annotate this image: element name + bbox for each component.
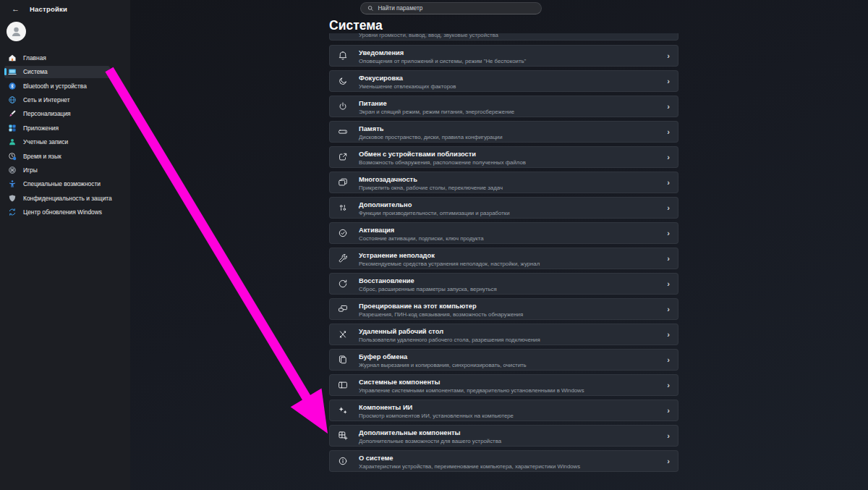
system-icon	[8, 67, 17, 76]
sidebar-item-label: Центр обновления Windows	[23, 208, 102, 216]
sidebar-item-label: Bluetooth и устройства	[23, 83, 87, 90]
ai-components-icon	[338, 405, 348, 415]
sidebar-item-personalization[interactable]: Персонализация	[4, 108, 110, 120]
row-title: Питание	[359, 100, 387, 107]
settings-row-advanced[interactable]: ДополнительноФункции производительности,…	[329, 197, 678, 219]
storage-icon	[338, 127, 348, 137]
settings-row-about[interactable]: О системеХарактеристики устройства, пере…	[329, 450, 678, 472]
settings-row-activation[interactable]: АктивацияСостояние активации, подписки, …	[329, 222, 678, 244]
accounts-icon	[8, 138, 17, 146]
row-subtitle: Сброс, расширенные параметры запуска, ве…	[359, 286, 497, 292]
optional-features-icon	[338, 431, 348, 441]
settings-row-system-components[interactable]: Системные компонентыУправление системным…	[329, 374, 678, 396]
chevron-right-icon: ›	[667, 355, 670, 364]
bell-icon	[338, 51, 348, 61]
row-subtitle: Функции производительности, оптимизации …	[359, 210, 510, 216]
settings-row-troubleshoot[interactable]: Устранение неполадокРекомендуемые средст…	[329, 248, 678, 269]
sidebar-item-label: Главная	[23, 54, 46, 62]
privacy-icon	[8, 194, 17, 203]
row-title: Устранение неполадок	[359, 252, 435, 259]
row-title: Многозадачность	[359, 176, 417, 183]
chevron-right-icon: ›	[667, 127, 670, 136]
time-language-icon	[8, 152, 17, 161]
settings-row-ai-components[interactable]: Компоненты ИИПросмотр компонентов ИИ, ус…	[329, 400, 678, 421]
row-title: Удаленный рабочий стол	[359, 328, 443, 335]
settings-row-partial[interactable]: Уровни громкости, вывод, ввод, звуковые …	[329, 33, 678, 41]
row-subtitle: Характеристики устройства, переименовани…	[359, 463, 580, 470]
sidebar-item-label: Конфиденциальность и защита	[23, 195, 112, 202]
chevron-right-icon: ›	[667, 406, 670, 415]
row-title: Память	[359, 125, 383, 132]
search-box[interactable]	[360, 2, 542, 14]
chevron-right-icon: ›	[667, 203, 670, 212]
settings-row-optional-features[interactable]: Дополнительные компонентыДополнительные …	[329, 425, 678, 447]
windows-update-icon	[8, 208, 17, 216]
focus-icon	[338, 76, 348, 86]
search-icon	[367, 5, 373, 12]
row-subtitle: Прикрепить окна, рабочие столы, переключ…	[359, 185, 503, 191]
row-subtitle: Дополнительные возможности для вашего ус…	[359, 438, 501, 444]
troubleshoot-icon	[338, 253, 348, 263]
settings-row-nearby-share[interactable]: Обмен с устройствами поблизостиВозможнос…	[329, 146, 678, 168]
chevron-right-icon: ›	[667, 431, 670, 440]
sidebar-item-accessibility[interactable]: Специальные возможности	[4, 178, 110, 190]
projection-icon	[338, 304, 348, 314]
sidebar-item-apps[interactable]: Приложения	[4, 122, 110, 134]
settings-row-bell[interactable]: УведомленияОповещения от приложений и си…	[329, 45, 678, 67]
bluetooth-icon	[8, 82, 17, 90]
personalization-icon	[8, 109, 17, 118]
chevron-right-icon: ›	[667, 305, 670, 313]
sidebar-item-gaming[interactable]: Игры	[4, 164, 110, 177]
row-subtitle: Разрешения, ПИН-код связывания, возможно…	[359, 311, 523, 318]
sidebar-item-privacy[interactable]: Конфиденциальность и защита	[4, 192, 110, 204]
chevron-right-icon: ›	[667, 153, 670, 161]
sidebar-item-home[interactable]: Главная	[4, 51, 110, 64]
remote-desktop-icon	[338, 329, 348, 339]
sidebar-item-label: Специальные возможности	[23, 180, 101, 187]
sidebar-item-bluetooth[interactable]: Bluetooth и устройства	[4, 80, 110, 92]
row-title: Проецирование на этот компьютер	[359, 303, 477, 310]
sidebar-item-network[interactable]: Сеть и Интернет	[4, 94, 110, 106]
row-title: Восстановление	[359, 277, 414, 284]
about-icon	[338, 456, 348, 466]
sidebar-item-label: Игры	[23, 166, 38, 174]
sidebar-item-label: Приложения	[23, 124, 59, 132]
titlebar: ← Настройки	[12, 4, 67, 13]
row-title: Дополнительно	[359, 201, 412, 208]
row-subtitle: Состояние активации, подписки, ключ прод…	[359, 235, 484, 242]
app-title: Настройки	[30, 5, 67, 13]
sidebar-nav: ГлавнаяСистемаBluetooth и устройстваСеть…	[0, 50, 113, 220]
row-title: Уведомления	[359, 49, 404, 56]
chevron-right-icon: ›	[667, 279, 670, 288]
sidebar-item-accounts[interactable]: Учетные записи	[4, 136, 110, 148]
settings-row-remote-desktop[interactable]: Удаленный рабочий столПользователи удале…	[329, 324, 678, 345]
row-subtitle: Просмотр компонентов ИИ, установленных н…	[359, 413, 514, 419]
settings-row-focus[interactable]: ФокусировкаУменьшение отвлекающих фактор…	[329, 70, 678, 92]
accessibility-icon	[8, 179, 17, 188]
sidebar-item-label: Персонализация	[23, 110, 71, 117]
chevron-right-icon: ›	[667, 229, 670, 237]
settings-row-multitasking[interactable]: МногозадачностьПрикрепить окна, рабочие …	[329, 172, 678, 193]
sidebar-item-system[interactable]: Система	[4, 66, 110, 78]
settings-row-storage[interactable]: ПамятьДисковое пространство, диски, прав…	[329, 121, 678, 143]
sidebar-item-windows-update[interactable]: Центр обновления Windows	[4, 206, 110, 219]
chevron-right-icon: ›	[667, 77, 670, 85]
chevron-right-icon: ›	[667, 102, 670, 111]
search-input[interactable]	[378, 5, 535, 12]
row-title: Системные компоненты	[359, 379, 441, 386]
settings-row-clipboard[interactable]: Буфер обменаЖурнал вырезания и копирован…	[329, 349, 678, 371]
sidebar-item-label: Система	[23, 68, 48, 75]
advanced-icon	[338, 203, 348, 213]
row-subtitle: Рекомендуемые средства устранения непола…	[359, 261, 540, 267]
settings-row-recovery[interactable]: ВосстановлениеСброс, расширенные парамет…	[329, 273, 678, 295]
back-icon[interactable]: ←	[12, 4, 20, 13]
settings-row-projection[interactable]: Проецирование на этот компьютерРазрешени…	[329, 298, 678, 320]
sidebar-item-label: Сеть и Интернет	[23, 96, 70, 104]
nearby-share-icon	[338, 152, 348, 162]
chevron-right-icon: ›	[667, 254, 670, 263]
sidebar-item-time-language[interactable]: Время и язык	[4, 150, 110, 162]
chevron-right-icon: ›	[667, 51, 670, 60]
avatar[interactable]	[7, 22, 26, 41]
settings-row-power[interactable]: ПитаниеЭкран и спящий режим, режим питан…	[329, 96, 678, 117]
row-title: Компоненты ИИ	[359, 404, 412, 411]
